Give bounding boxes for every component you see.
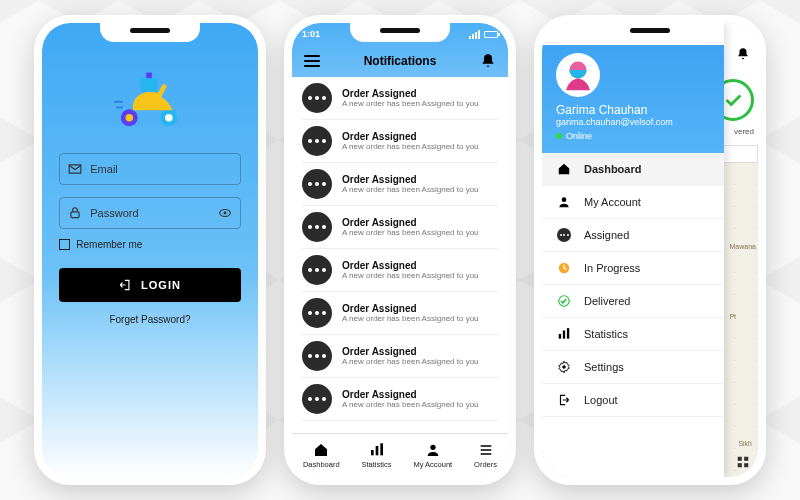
dots-icon xyxy=(302,384,332,414)
phone-drawer: vered Mawana Pt Sikh 1:00 xyxy=(534,15,766,485)
notification-item[interactable]: Order AssignedA new order has been Assig… xyxy=(302,120,498,163)
login-icon xyxy=(119,278,133,292)
svg-rect-11 xyxy=(371,450,374,455)
hamburger-icon[interactable] xyxy=(304,55,320,67)
drawer-item-assigned[interactable]: Assigned xyxy=(542,219,724,252)
home-icon xyxy=(556,162,572,176)
battery-icon xyxy=(484,31,498,38)
gear-icon xyxy=(556,360,572,374)
app-logo-scooter xyxy=(112,65,188,131)
drawer-item-logout[interactable]: Logout xyxy=(542,384,724,417)
check-icon xyxy=(556,294,572,308)
notification-item[interactable]: Order AssignedA new order has been Assig… xyxy=(302,335,498,378)
notification-item[interactable]: Order AssignedA new order has been Assig… xyxy=(302,77,498,120)
status-time: 1:01 xyxy=(302,29,320,39)
nav-statistics[interactable]: Statistics xyxy=(362,442,392,469)
drawer-item-statistics[interactable]: Statistics xyxy=(542,318,724,351)
battery-icon xyxy=(700,31,714,38)
nav-drawer: 1:00 Garima Chauhan garima.chauhan@velso… xyxy=(542,23,724,477)
remember-me[interactable]: Remember me xyxy=(59,239,240,250)
lock-icon xyxy=(68,206,82,220)
nav-orders[interactable]: Orders xyxy=(474,442,497,469)
email-placeholder: Email xyxy=(90,163,231,175)
notification-item[interactable]: Order AssignedA new order has been Assig… xyxy=(302,378,498,421)
dots-icon xyxy=(302,169,332,199)
user-name: Garima Chauhan xyxy=(556,103,710,117)
login-screen: 1:44 Email Pas xyxy=(42,23,258,477)
user-email: garima.chauhan@velsof.com xyxy=(556,117,710,127)
device-notch xyxy=(100,22,200,42)
map-label: Pt xyxy=(729,313,736,320)
svg-rect-4 xyxy=(141,78,158,91)
online-dot-icon xyxy=(556,133,562,139)
notification-item[interactable]: Order AssignedA new order has been Assig… xyxy=(302,249,498,292)
password-field[interactable]: Password xyxy=(59,197,240,229)
stats-icon xyxy=(369,442,385,458)
login-button[interactable]: LOGIN xyxy=(59,268,240,302)
status-time: 1:00 xyxy=(552,29,570,39)
remember-label: Remember me xyxy=(76,239,142,250)
svg-rect-8 xyxy=(71,212,79,218)
user-icon xyxy=(425,442,441,458)
user-icon xyxy=(556,195,572,209)
mail-icon xyxy=(68,162,82,176)
drawer-menu: Dashboard My Account Assigned In Progres… xyxy=(542,153,724,417)
grid-toggle-icon[interactable] xyxy=(736,455,750,469)
svg-point-1 xyxy=(125,114,133,122)
notifications-screen: 1:01 Notifications Order AssignedA new o… xyxy=(292,23,508,477)
forgot-password-link[interactable]: Forget Password? xyxy=(109,314,190,325)
drawer-screen: vered Mawana Pt Sikh 1:00 xyxy=(542,23,758,477)
notification-item[interactable]: Order AssignedA new order has been Assig… xyxy=(302,206,498,249)
bottom-nav: Dashboard Statistics My Account Orders xyxy=(292,433,508,477)
dots-icon xyxy=(302,341,332,371)
drawer-header: Garima Chauhan garima.chauhan@velsof.com… xyxy=(542,45,724,153)
email-field[interactable]: Email xyxy=(59,153,240,185)
svg-point-23 xyxy=(562,197,567,202)
password-placeholder: Password xyxy=(90,207,209,219)
drawer-item-dashboard[interactable]: Dashboard xyxy=(542,153,724,186)
device-notch xyxy=(600,22,700,42)
logout-icon xyxy=(556,393,572,407)
svg-rect-5 xyxy=(146,73,152,79)
notification-item[interactable]: Order AssignedA new order has been Assig… xyxy=(302,292,498,335)
nav-my-account[interactable]: My Account xyxy=(413,442,452,469)
notification-list[interactable]: Order AssignedA new order has been Assig… xyxy=(292,77,508,433)
svg-rect-12 xyxy=(375,446,378,455)
drawer-item-delivered[interactable]: Delivered xyxy=(542,285,724,318)
eye-icon[interactable] xyxy=(218,206,232,220)
drawer-item-settings[interactable]: Settings xyxy=(542,351,724,384)
svg-rect-20 xyxy=(738,463,742,467)
notification-item[interactable]: Order AssignedA new order has been Assig… xyxy=(302,163,498,206)
map-label: Mawana xyxy=(730,243,756,250)
dots-icon xyxy=(556,228,572,242)
page-title: Notifications xyxy=(364,54,437,68)
svg-rect-27 xyxy=(563,331,565,339)
dots-icon xyxy=(302,255,332,285)
bell-icon[interactable] xyxy=(736,47,750,61)
login-button-label: LOGIN xyxy=(141,279,181,291)
checkbox-icon[interactable] xyxy=(59,239,70,250)
avatar-icon xyxy=(561,58,595,92)
drawer-item-progress[interactable]: In Progress xyxy=(542,252,724,285)
peek-status-label: vered xyxy=(734,127,754,136)
nav-dashboard[interactable]: Dashboard xyxy=(303,442,340,469)
svg-point-29 xyxy=(562,365,566,369)
device-notch xyxy=(350,22,450,42)
drawer-item-account[interactable]: My Account xyxy=(542,186,724,219)
svg-point-10 xyxy=(223,212,226,215)
home-icon xyxy=(313,442,329,458)
svg-rect-7 xyxy=(116,106,123,108)
stats-icon xyxy=(556,327,572,341)
top-bar: Notifications xyxy=(292,45,508,77)
dots-icon xyxy=(302,126,332,156)
phone-login: 1:44 Email Pas xyxy=(34,15,266,485)
avatar[interactable] xyxy=(556,53,600,97)
svg-rect-19 xyxy=(744,457,748,461)
svg-point-14 xyxy=(430,445,435,450)
bell-icon[interactable] xyxy=(480,53,496,69)
svg-point-3 xyxy=(165,114,173,122)
map-label: Sikh xyxy=(738,440,752,447)
svg-rect-21 xyxy=(744,463,748,467)
svg-rect-13 xyxy=(380,443,383,455)
user-status: Online xyxy=(556,131,710,141)
